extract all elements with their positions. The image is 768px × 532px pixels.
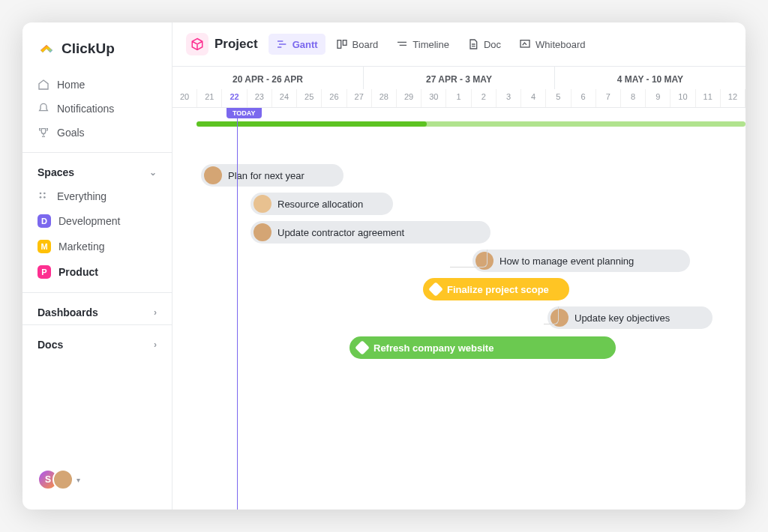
task-bar[interactable]: Update contractor agreement [250, 221, 490, 244]
home-icon [38, 79, 50, 91]
tab-gantt-label: Gantt [292, 39, 318, 50]
sidebar-item-everything[interactable]: Everything [22, 184, 172, 208]
day-cell: 3 [496, 89, 521, 107]
svg-point-3 [44, 196, 46, 199]
day-cell: 27 [347, 89, 372, 107]
task-label: How to manage event planning [500, 256, 634, 267]
day-cell: 24 [272, 89, 297, 107]
progress-track [196, 121, 746, 127]
task-label: Finalize project scope [447, 284, 549, 295]
chevron-down-icon: ⌄ [149, 167, 157, 178]
tab-timeline[interactable]: Timeline [388, 34, 457, 55]
progress-fill [196, 121, 427, 127]
product-label: Product [58, 266, 98, 278]
sidebar-item-product[interactable]: P Product [22, 259, 172, 285]
day-cell: 29 [397, 89, 422, 107]
sidebar-item-marketing[interactable]: M Marketing [22, 234, 172, 259]
project-title[interactable]: Project [186, 33, 258, 55]
avatar [204, 166, 222, 184]
gantt-icon [276, 38, 288, 50]
svg-point-0 [40, 193, 42, 195]
dependency-line [544, 306, 559, 324]
nav-notifications[interactable]: Notifications [22, 97, 172, 121]
task-label: Plan for next year [228, 170, 304, 181]
docs-header[interactable]: Docs › [22, 324, 172, 357]
task-label: Resource allocation [278, 199, 363, 210]
task-label: Update contractor agreement [278, 227, 404, 238]
brand-text: ClickUp [62, 40, 115, 57]
avatar [52, 469, 74, 490]
day-row: 2021222324252627282930123456789101112 [172, 89, 746, 107]
day-cell: 7 [596, 89, 621, 107]
main-content: Project Gantt Board Timeline Doc Whitebo… [172, 22, 746, 510]
day-cell: 20 [172, 89, 197, 107]
everything-icon [38, 190, 50, 202]
user-avatars[interactable]: S ▾ [22, 462, 172, 498]
diamond-icon [355, 340, 370, 355]
task-bar[interactable]: Resource allocation [250, 193, 393, 215]
day-cell: 11 [696, 89, 721, 107]
logo[interactable]: ClickUp [22, 34, 172, 73]
clickup-logo-icon [38, 37, 56, 59]
day-cell: 26 [322, 89, 346, 107]
chevron-right-icon: › [154, 307, 157, 318]
today-line [237, 108, 238, 510]
tab-doc-label: Doc [484, 39, 501, 50]
day-cell: 8 [621, 89, 646, 107]
whiteboard-icon [519, 38, 531, 50]
avatar [254, 223, 272, 241]
chevron-down-icon: ▾ [76, 476, 80, 484]
timeline-icon [396, 38, 408, 50]
tab-board[interactable]: Board [328, 34, 386, 55]
spaces-header[interactable]: Spaces ⌄ [22, 152, 172, 184]
space-badge-p: P [38, 265, 51, 279]
day-cell: 21 [197, 89, 222, 107]
cube-icon [186, 33, 208, 55]
day-cell: 5 [546, 89, 571, 107]
svg-rect-7 [338, 40, 341, 49]
dashboards-label: Dashboards [38, 306, 98, 318]
dashboards-header[interactable]: Dashboards › [22, 292, 172, 324]
task-label: Update key objectives [574, 312, 670, 324]
trophy-icon [38, 127, 50, 139]
task-bar[interactable]: Finalize project scope [423, 278, 569, 300]
sidebar: ClickUp Home Notifications Goals Spaces … [22, 22, 172, 510]
tab-board-label: Board [352, 39, 379, 50]
day-cell: 10 [670, 89, 695, 107]
svg-point-1 [44, 193, 46, 195]
marketing-label: Marketing [58, 241, 104, 253]
week-label: 20 APR - 26 APR [172, 67, 364, 89]
tab-whiteboard[interactable]: Whiteboard [512, 34, 592, 55]
day-cell: 22 [222, 89, 247, 107]
nav-goals-label: Goals [57, 127, 85, 139]
tab-gantt[interactable]: Gantt [268, 34, 326, 55]
doc-icon [467, 38, 479, 50]
timeline-header: 20 APR - 26 APR 27 APR - 3 MAY 4 MAY - 1… [172, 67, 746, 108]
task-bar[interactable]: How to manage event planning [472, 250, 690, 272]
nav-goals[interactable]: Goals [22, 121, 172, 145]
gantt-chart[interactable]: TODAY Plan for next year Resource alloca… [172, 108, 746, 510]
diamond-icon [428, 282, 443, 297]
everything-label: Everything [57, 190, 106, 202]
task-bar[interactable]: Refresh company website [350, 336, 616, 359]
task-bar[interactable]: Update key objectives [548, 306, 712, 329]
week-row: 20 APR - 26 APR 27 APR - 3 MAY 4 MAY - 1… [172, 67, 746, 89]
day-cell: 4 [521, 89, 546, 107]
tab-doc[interactable]: Doc [460, 34, 508, 55]
day-cell: 6 [572, 89, 596, 107]
avatar [254, 195, 272, 213]
svg-point-2 [40, 196, 42, 199]
tab-whiteboard-label: Whiteboard [536, 39, 585, 50]
nav-home-label: Home [57, 79, 85, 91]
chevron-right-icon: › [154, 339, 157, 350]
day-cell: 2 [472, 89, 496, 107]
task-bar[interactable]: Plan for next year [201, 164, 344, 187]
today-badge: TODAY [226, 108, 262, 118]
sidebar-item-development[interactable]: D Development [22, 208, 172, 234]
nav-home[interactable]: Home [22, 73, 172, 97]
task-label: Refresh company website [374, 342, 494, 354]
day-cell: 12 [721, 89, 746, 107]
spaces-label: Spaces [38, 166, 74, 178]
bell-icon [38, 103, 50, 115]
docs-label: Docs [38, 339, 63, 351]
